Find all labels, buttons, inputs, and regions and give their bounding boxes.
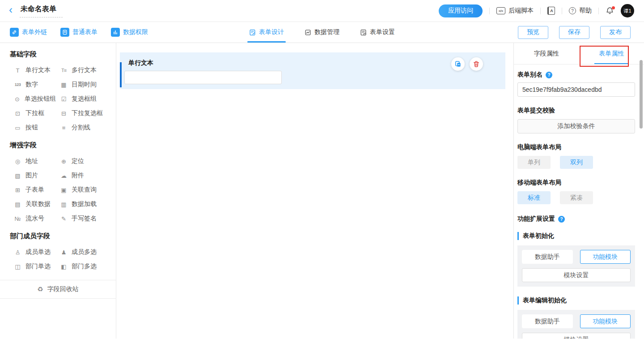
field-item-dropdown-multi[interactable]: ⊟下拉复选框 <box>56 106 111 120</box>
data-permission-link[interactable]: 数据权限 <box>111 28 148 37</box>
form-init-module-settings-button[interactable]: 模块设置 <box>522 268 631 282</box>
member-single-icon: ♙ <box>13 249 22 256</box>
mobile-layout-compact-option[interactable]: 紧凑 <box>560 191 593 204</box>
tab-form-properties[interactable]: 表单属性 <box>579 43 644 64</box>
field-item-checkbox-group[interactable]: ☑复选框组 <box>56 92 111 106</box>
field-item-signature[interactable]: ✎手写签名 <box>56 211 111 226</box>
divider <box>540 8 541 14</box>
attachment-icon: ☁ <box>59 172 68 179</box>
avatar[interactable]: 谭1 <box>621 4 634 17</box>
field-item-linked-query[interactable]: ▣关联查询 <box>56 183 111 197</box>
linked-data-icon: ▤ <box>13 201 22 208</box>
field-item-member-single[interactable]: ♙成员单选 <box>10 245 56 259</box>
publish-button[interactable]: 发布 <box>600 26 631 39</box>
field-item-location[interactable]: ⊕定位 <box>56 154 111 168</box>
divider <box>598 8 599 14</box>
save-button[interactable]: 保存 <box>559 26 589 39</box>
contacts-icon: A <box>547 7 555 15</box>
signature-icon: ✎ <box>59 215 68 222</box>
form-edit-init-box: 数据助手 功能模块 模块设置 <box>517 310 635 339</box>
field-item-multi-line-text[interactable]: T≡多行文本 <box>56 63 111 77</box>
form-edit-init-module-settings-button[interactable]: 模块设置 <box>522 333 631 339</box>
notification-dot <box>612 6 615 9</box>
backend-script-button[interactable]: </> 后端脚本 <box>496 7 534 15</box>
tab-field-properties[interactable]: 字段属性 <box>514 43 579 64</box>
field-item-member-multi[interactable]: ♟成员多选 <box>56 245 111 259</box>
alias-help-icon[interactable]: ? <box>546 72 552 78</box>
submit-validation-label: 表单提交校验 <box>517 107 635 115</box>
pc-layout-label: 电脑端表单布局 <box>517 143 635 151</box>
form-edit-init-data-helper-button[interactable]: 数据助手 <box>522 314 573 328</box>
dropdown-icon: ⊡ <box>13 110 22 117</box>
subform-icon: ⊞ <box>13 187 22 193</box>
selection-accent-bar <box>120 62 122 87</box>
field-item-attachment[interactable]: ☁附件 <box>56 168 111 183</box>
field-item-dept-multi[interactable]: ◧部门多选 <box>56 259 111 274</box>
field-item-dropdown[interactable]: ⊡下拉框 <box>10 106 56 120</box>
help-icon: ? <box>569 7 576 14</box>
field-item-number[interactable]: 123数字 <box>10 77 56 92</box>
tab-form-design[interactable]: 表单设计 <box>249 22 284 43</box>
field-item-linked-data[interactable]: ▤关联数据 <box>10 197 56 211</box>
form-design-icon <box>249 29 256 36</box>
app-access-button[interactable]: 应用访问 <box>439 4 483 17</box>
form-alias-input[interactable] <box>517 82 635 97</box>
tab-form-settings-label: 表单设置 <box>370 28 395 36</box>
add-validation-button[interactable]: 添加校验条件 <box>517 119 635 133</box>
field-item-serial-number[interactable]: №流水号 <box>10 211 56 226</box>
field-item-single-line-text[interactable]: T单行文本 <box>10 63 56 77</box>
field-item-divider[interactable]: ≡分割线 <box>56 120 111 135</box>
tab-data-manage[interactable]: 数据管理 <box>305 22 339 43</box>
mobile-layout-standard-option[interactable]: 标准 <box>517 191 551 204</box>
field-item-button[interactable]: ▭按钮 <box>10 120 56 135</box>
plain-form-icon <box>60 28 69 37</box>
section-member-fields: 部门成员字段 ♙成员单选 ♟成员多选 ◫部门单选 ◧部门多选 <box>0 232 116 274</box>
divider-field-icon: ≡ <box>59 124 68 131</box>
panel-scrollbar[interactable] <box>640 60 643 129</box>
section-title: 增强字段 <box>10 141 111 150</box>
form-init-func-module-button[interactable]: 功能模块 <box>580 250 631 264</box>
field-item-radio-group[interactable]: ⊙单选按钮组 <box>10 92 56 106</box>
form-canvas[interactable]: 单行文本 <box>116 43 513 339</box>
pc-layout-toggle: 单列 双列 <box>517 156 635 169</box>
pc-layout-single-option[interactable]: 单列 <box>517 156 551 169</box>
address-icon: ◎ <box>13 158 22 165</box>
form-settings-icon <box>360 29 367 36</box>
field-palette-sidebar: 基础字段 T单行文本 T≡多行文本 123数字 ▦日期时间 ⊙单选按钮组 ☑复选… <box>0 43 116 339</box>
preview-button[interactable]: 预览 <box>518 26 548 39</box>
data-permission-icon <box>111 28 120 37</box>
pc-layout-double-option[interactable]: 双列 <box>560 156 593 169</box>
field-item-datetime[interactable]: ▦日期时间 <box>56 77 111 92</box>
back-icon[interactable]: ‹ <box>9 4 13 15</box>
notification-bell-icon[interactable] <box>606 7 614 15</box>
section-basic-fields: 基础字段 T单行文本 T≡多行文本 123数字 ▦日期时间 ⊙单选按钮组 ☑复选… <box>0 50 116 135</box>
form-edit-init-func-module-button[interactable]: 功能模块 <box>580 314 631 328</box>
properties-tabs: 字段属性 表单属性 <box>514 43 644 64</box>
field-item-image[interactable]: ▧图片 <box>10 168 56 183</box>
field-recycle-bin[interactable]: ♻ 字段回收站 <box>0 280 116 299</box>
plain-form-link[interactable]: 普通表单 <box>60 28 97 37</box>
data-load-icon: ▥ <box>59 201 68 208</box>
contacts-button[interactable]: A <box>547 7 555 15</box>
properties-panel: 字段属性 表单属性 表单别名 ? 表单提交校验 添加校验条件 电脑端表单布局 单… <box>513 43 644 339</box>
data-manage-icon <box>305 29 311 36</box>
delete-field-button[interactable] <box>470 57 483 71</box>
datetime-icon: ▦ <box>59 82 68 88</box>
quick-links: 表单外链 普通表单 数据权限 <box>10 28 148 37</box>
help-button[interactable]: ? 帮助 <box>569 7 592 15</box>
copy-field-button[interactable] <box>451 57 465 71</box>
form-edit-init-label: 表单编辑初始化 <box>517 296 635 305</box>
checkbox-group-icon: ☑ <box>59 96 68 103</box>
selected-field-block[interactable]: 单行文本 <box>120 52 505 89</box>
field-item-dept-single[interactable]: ◫部门单选 <box>10 259 56 274</box>
form-init-data-helper-button[interactable]: 数据助手 <box>522 250 573 264</box>
field-item-address[interactable]: ◎地址 <box>10 154 56 168</box>
field-item-subform[interactable]: ⊞子表单 <box>10 183 56 197</box>
form-title[interactable]: 未命名表单 <box>20 4 63 17</box>
form-external-link[interactable]: 表单外链 <box>10 28 47 37</box>
field-item-data-load[interactable]: ▥数据加载 <box>56 197 111 211</box>
recycle-label: 字段回收站 <box>47 285 79 293</box>
ext-settings-help-icon[interactable]: ? <box>558 216 565 223</box>
field-input[interactable] <box>124 71 282 84</box>
tab-form-settings[interactable]: 表单设置 <box>360 22 395 43</box>
